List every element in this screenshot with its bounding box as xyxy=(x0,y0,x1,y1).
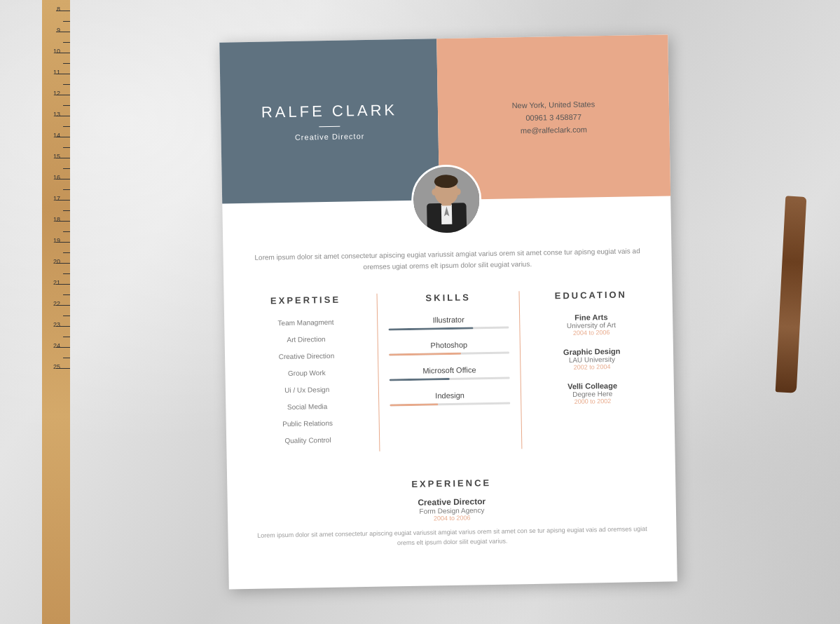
person-title: Creative Director xyxy=(294,132,364,142)
ruler-number: 23 xyxy=(53,321,60,328)
skill-bar-bg xyxy=(388,351,509,355)
edu-year: 2004 to 2006 xyxy=(530,328,652,337)
list-item: Quality Control xyxy=(247,435,369,447)
ruler-number: 14 xyxy=(53,132,60,139)
ruler: 8 9 10 11 12 13 14 15 16 17 18 19 xyxy=(42,0,70,624)
avatar xyxy=(413,166,480,233)
list-item: Creative Direction xyxy=(245,351,366,362)
ruler-number: 24 xyxy=(53,342,60,349)
skill-photoshop: Photoshop xyxy=(388,339,509,355)
ruler-number: 10 xyxy=(53,48,60,55)
skill-indesign: Indesign xyxy=(389,390,510,406)
name-divider xyxy=(319,126,340,127)
person-name: RALFE CLARK xyxy=(261,101,397,121)
skill-illustrator: Illustrator xyxy=(387,314,509,330)
edu-year: 2000 to 2002 xyxy=(532,397,653,406)
person-avatar-svg xyxy=(413,166,480,233)
education-heading: EDUCATION xyxy=(530,289,651,301)
skill-bar-bg xyxy=(389,377,510,381)
resume-header: RALFE CLARK Creative Director New York, … xyxy=(219,34,670,203)
contact-email: me@ralfeclark.com xyxy=(520,126,586,135)
ruler-number: 21 xyxy=(53,279,60,286)
ruler-number: 25 xyxy=(53,363,60,370)
resume-document: RALFE CLARK Creative Director New York, … xyxy=(224,39,673,585)
experience-heading: EXPERIENCE xyxy=(248,475,654,492)
education-item-0: Fine Arts University of Art 2004 to 2006 xyxy=(530,312,652,337)
list-item: Social Media xyxy=(247,401,368,413)
list-item: Group Work xyxy=(246,367,367,379)
ruler-number: 13 xyxy=(53,111,60,118)
education-column: EDUCATION Fine Arts University of Art 20… xyxy=(519,289,654,449)
bio-text: Lorem ipsum dolor sit amet consectetur a… xyxy=(244,245,650,275)
ruler-number: 20 xyxy=(53,258,60,265)
education-item-1: Graphic Design LAU University 2002 to 20… xyxy=(531,346,652,372)
expertise-column: EXPERTISE Team Managment Art Direction C… xyxy=(245,294,379,454)
skill-bar-bg xyxy=(388,326,509,330)
header-left-panel: RALFE CLARK Creative Director xyxy=(219,39,439,203)
ruler-number: 19 xyxy=(53,237,60,244)
ruler-number: 16 xyxy=(53,174,60,181)
skills-column: SKILLS Illustrator Photoshop xyxy=(376,291,523,452)
ruler-number: 11 xyxy=(53,69,60,76)
education-item-2: Velli Colleage Degree Here 2000 to 2002 xyxy=(532,381,653,406)
ruler-number: 8 xyxy=(57,6,60,13)
contact-phone: 00961 3 458877 xyxy=(525,113,581,122)
expertise-list: Team Managment Art Direction Creative Di… xyxy=(245,317,369,447)
resume-body: Lorem ipsum dolor sit amet consectetur a… xyxy=(222,196,677,578)
experience-section: EXPERIENCE Creative Director Form Design… xyxy=(247,464,655,551)
experience-item-0: Creative Director Form Design Agency 200… xyxy=(248,494,655,551)
expertise-heading: EXPERTISE xyxy=(245,294,366,306)
ruler-number: 15 xyxy=(53,153,60,160)
skill-bar-fill xyxy=(389,378,449,381)
exp-bio: Lorem ipsum dolor sit amet consectetur a… xyxy=(249,524,655,551)
list-item: Public Relations xyxy=(247,418,368,430)
ruler-number: 12 xyxy=(53,90,60,97)
profile-photo xyxy=(411,164,482,236)
ruler-number: 22 xyxy=(53,300,60,307)
three-columns: EXPERTISE Team Managment Art Direction C… xyxy=(245,289,654,454)
skill-msoffice: Microsoft Office xyxy=(389,365,510,381)
ruler-number: 9 xyxy=(57,27,60,34)
edu-year: 2002 to 2004 xyxy=(531,362,652,372)
contact-location: New York, United States xyxy=(511,100,595,109)
skill-name: Illustrator xyxy=(387,314,509,325)
skill-bar-fill xyxy=(388,353,461,356)
skill-bar-fill xyxy=(389,403,437,406)
skill-name: Indesign xyxy=(389,390,510,400)
skill-bar-bg xyxy=(389,402,510,406)
skill-name: Photoshop xyxy=(388,339,509,350)
skills-heading: SKILLS xyxy=(387,291,509,304)
list-item: Ui / Ux Design xyxy=(246,384,367,396)
skill-bar-fill xyxy=(388,327,473,330)
ruler-number: 18 xyxy=(53,216,60,223)
list-item: Art Direction xyxy=(245,334,366,346)
list-item: Team Managment xyxy=(245,317,366,329)
ruler-number: 17 xyxy=(53,195,60,202)
skill-name: Microsoft Office xyxy=(389,365,510,375)
